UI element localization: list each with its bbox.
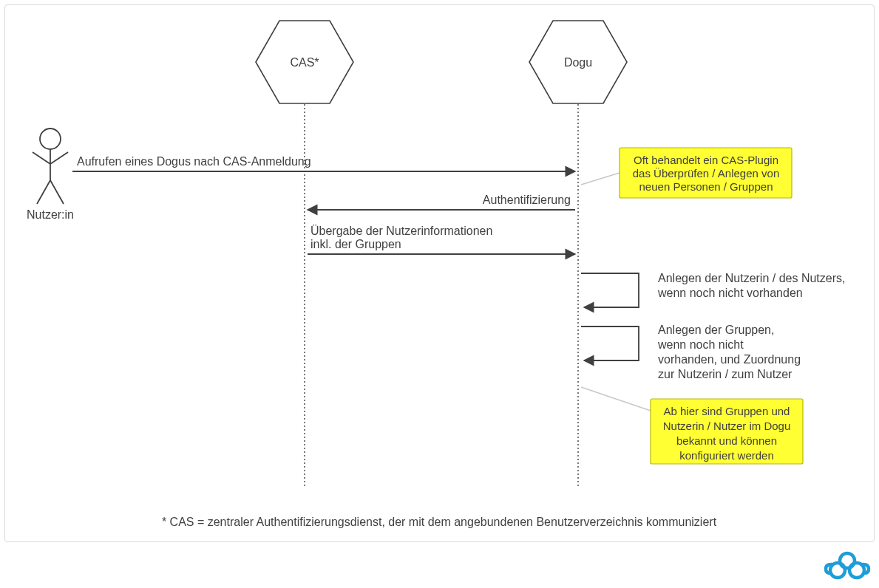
note1-l3: neuen Personen / Gruppen [639, 180, 773, 193]
actor-user-label: Nutzer:in [27, 208, 74, 221]
label-m1: Aufrufen eines Dogus nach CAS-Anmeldung [77, 155, 311, 168]
note2-l1: Ab hier sind Gruppen und [664, 405, 790, 417]
dogu-participant: Dogu [529, 21, 627, 103]
cas-participant: CAS* [256, 21, 353, 103]
note2-l4: konfiguriert werden [679, 449, 774, 462]
label-self1-l1: Anlegen der Nutzerin / des Nutzers, [658, 272, 845, 284]
svg-line-7 [50, 152, 68, 164]
arrow-self1 [581, 273, 639, 307]
footnote: * CAS = zentraler Authentifizierungsdien… [162, 516, 717, 528]
label-self2-l3: vorhanden, und Zuordnung [658, 353, 801, 366]
cas-label: CAS* [290, 56, 319, 69]
label-self2-l1: Anlegen der Gruppen, [658, 324, 774, 336]
arrow-self2 [581, 327, 639, 360]
note2-l3: bekannt und können [676, 434, 777, 447]
svg-line-5 [50, 180, 64, 204]
svg-line-4 [37, 180, 50, 204]
svg-line-10 [581, 387, 651, 411]
note-plugin: Oft behandelt ein CAS-Plugin das Überprü… [581, 148, 792, 198]
label-m2: Authentifizierung [483, 194, 571, 206]
label-self1-l2: wenn noch nicht vorhanden [657, 287, 803, 299]
dogu-label: Dogu [564, 56, 592, 69]
label-self2-l2: wenn noch nicht [657, 338, 744, 351]
svg-line-6 [33, 152, 50, 164]
svg-point-14 [840, 553, 855, 568]
sequence-diagram: CAS* Dogu Nutzer:in Aufrufen eines Dogus… [0, 0, 879, 547]
note-known: Ab hier sind Gruppen und Nutzerin / Nutz… [581, 387, 803, 464]
note1-l2: das Überprüfen / Anlegen von [633, 167, 779, 180]
label-m3-l2: inkl. der Gruppen [310, 238, 401, 250]
label-m3-l1: Übergabe der Nutzerinformationen [310, 225, 492, 237]
cloudogu-logo-icon [821, 548, 873, 584]
svg-point-2 [40, 129, 61, 149]
label-self2-l4: zur Nutzerin / zum Nutzer [658, 368, 793, 380]
svg-line-8 [581, 173, 620, 185]
note2-l2: Nutzerin / Nutzer im Dogu [663, 420, 791, 432]
note1-l1: Oft behandelt ein CAS-Plugin [634, 154, 778, 166]
actor-user [33, 129, 68, 204]
